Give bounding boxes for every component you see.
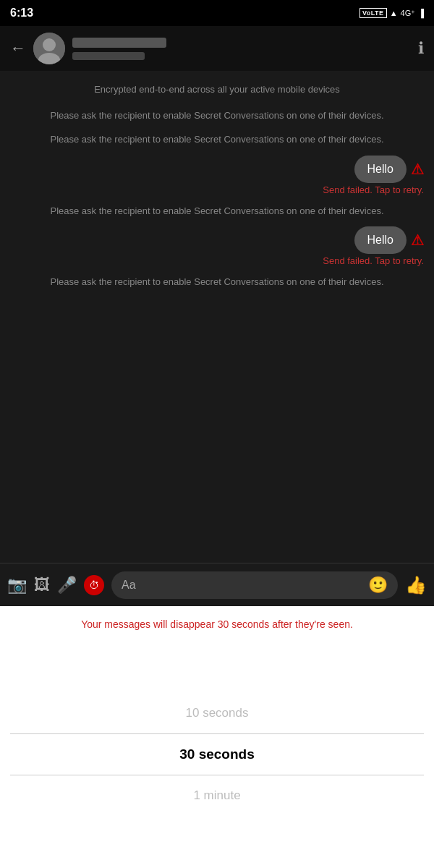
message-bubble-1[interactable]: Hello [354,156,407,183]
header-name [72,38,166,48]
chat-area: Encrypted end-to-end across all your act… [0,71,434,563]
text-input[interactable]: Aa [122,579,362,592]
image-icon[interactable]: 🖼 [34,576,50,595]
system-message-3: Please ask the recipient to enable Secre… [10,203,424,220]
avatar-placeholder [33,33,65,64]
avatar[interactable] [33,33,65,64]
send-failed-1[interactable]: Send failed. Tap to retry. [323,184,424,195]
status-icons: VoLTE ▲ 4G⁺ ▐ [359,8,424,18]
volte-badge: VoLTE [359,8,387,18]
status-time: 6:13 [10,7,33,20]
input-bar: 📷 🖼 🎤 ⏱ Aa 🙂 👍 [0,563,434,606]
status-bar: 6:13 VoLTE ▲ 4G⁺ ▐ [0,0,434,26]
timer-icon: ⏱ [89,579,99,591]
picker-item-label-10s: 10 seconds [186,706,249,720]
send-failed-2[interactable]: Send failed. Tap to retry. [323,255,424,266]
back-button[interactable]: ← [10,39,26,58]
message-row-1: Hello ⚠ Send failed. Tap to retry. [10,156,424,195]
picker-list: 10 seconds 30 seconds 1 minute [0,641,434,868]
svg-point-1 [43,38,56,51]
picker-item-30s[interactable]: 30 seconds [0,733,434,775]
thumb-icon[interactable]: 👍 [405,575,427,595]
message-bubble-wrap-1[interactable]: Hello ⚠ [354,156,424,183]
picker-item-1m[interactable]: 1 minute [0,775,434,816]
error-icon-1: ⚠ [411,161,424,178]
system-message-4: Please ask the recipient to enable Secre… [10,273,424,291]
disappear-timer-picker: Your messages will disappear 30 seconds … [0,606,434,868]
error-icon-2: ⚠ [411,231,424,249]
emoji-icon[interactable]: 🙂 [368,576,388,595]
system-message-2: Please ask the recipient to enable Secre… [10,131,424,148]
system-message-1: Please ask the recipient to enable Secre… [10,107,424,124]
network-icon: 4G⁺ [401,9,416,18]
battery-icon: ▐ [418,9,424,17]
timer-button[interactable]: ⏱ [84,575,104,595]
info-button[interactable]: ℹ [418,39,424,58]
message-row-2: Hello ⚠ Send failed. Tap to retry. [10,226,424,266]
signal-icon: ▲ [390,9,398,17]
chat-header: ← ℹ [0,26,434,71]
message-bubble-wrap-2[interactable]: Hello ⚠ [354,226,424,254]
camera-icon[interactable]: 📷 [7,576,27,595]
picker-item-10s[interactable]: 10 seconds [0,693,434,733]
text-input-wrap[interactable]: Aa 🙂 [111,571,398,599]
header-subtitle [72,52,145,60]
message-bubble-2[interactable]: Hello [354,226,407,254]
picker-notice: Your messages will disappear 30 seconds … [0,606,434,641]
picker-item-label-30s: 30 seconds [179,746,255,762]
encrypted-notice: Encrypted end-to-end across all your act… [10,80,424,100]
header-name-area [72,38,418,60]
picker-item-label-1m: 1 minute [193,788,240,802]
mic-icon[interactable]: 🎤 [57,576,77,595]
